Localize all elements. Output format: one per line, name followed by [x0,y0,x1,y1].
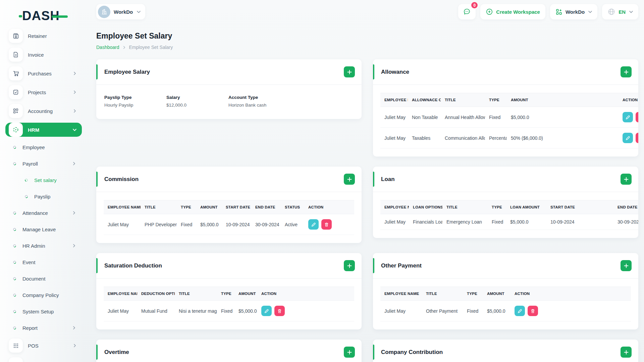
add-commission-button[interactable] [344,174,355,185]
field-payslip-type: Payslip Type Hourly Payslip [104,95,166,108]
sidebar-item-label: Event [22,259,35,265]
delete-button[interactable] [636,133,638,143]
bullet-icon [12,162,16,166]
pencil-icon [626,136,630,140]
column-header: TITLE [175,287,217,301]
table-cell: Juliet May [104,214,141,235]
sidebar-item-projects[interactable]: Projects [9,85,86,99]
table-row: Juliet May PHP Developer Fixed $5,000.0 … [104,214,354,235]
bullet-icon [12,260,16,264]
sidebar-item-label: Report [22,325,38,331]
add-allowance-button[interactable] [621,66,632,77]
messages-button[interactable]: 0 [458,4,476,19]
bullet-icon [12,326,16,330]
accent-bar [96,258,98,273]
column-header: TYPE [177,200,196,214]
sidebar-item-report[interactable]: Report [9,322,86,334]
plus-icon [347,70,352,74]
table-cell: $5,000.0 [507,107,619,128]
sidebar-item-crm[interactable]: CRM [9,357,86,362]
chevron-right-icon [72,326,76,329]
sidebar-item-accounting[interactable]: Accounting [9,104,86,118]
card-other-payment: Other Payment EMPLOYEE NAME TITLE TYPE A… [373,253,638,329]
sidebar-item-pos[interactable]: POS [9,339,86,353]
column-header: AMOUNT [234,287,257,301]
sidebar-item-attendance[interactable]: Attendance [9,207,86,219]
table-cell: Fixed [488,214,506,230]
edit-button[interactable] [515,306,525,316]
app-logo[interactable]: DASH [22,6,86,25]
table-cell: Nisi a tenetur magna [175,301,217,321]
app-switcher-dropdown[interactable]: WorkDo [550,4,597,19]
table-cell: Annual Health Allowance [441,107,485,128]
cards-grid: Employee Salary Payslip Type Hourly Pays… [96,59,638,362]
table-cell: Fixed [463,301,483,321]
column-header: EMPLOYEE NAME [380,93,408,107]
table-cell: $5,000.0 [506,214,546,230]
delete-button[interactable] [528,306,538,316]
trash-icon [324,222,329,227]
saturation-deduction-table: EMPLOYEE NAME DEDUCTION OPTION TITLE TYP… [104,287,354,321]
card-employee-salary: Employee Salary Payslip Type Hourly Pays… [96,59,362,119]
sidebar-item-purchases[interactable]: Purchases [9,66,86,80]
edit-button[interactable] [261,306,272,316]
logo-dot-icon [19,15,22,17]
add-other-payment-button[interactable] [621,260,632,271]
card-title: Allowance [381,69,409,75]
edit-button[interactable] [623,112,633,122]
sidebar-item-invoice[interactable]: Invoice [9,48,86,62]
add-employee-salary-button[interactable] [344,66,355,77]
sidebar: DASH Retainer Invoice Purchases [0,0,86,362]
messages-badge: 0 [471,1,478,9]
accent-bar [373,258,374,273]
sidebar-item-hr-admin[interactable]: HR Admin [9,240,86,251]
bullet-icon [12,244,16,248]
add-company-contribution-button[interactable] [621,347,632,358]
table-header-row: EMPLOYEE NAME ALLOWNACE OPTION TITLE TYP… [380,93,638,107]
grid-plus-icon [555,8,562,15]
workspace-selector[interactable]: WorkDo [96,4,145,19]
edit-button[interactable] [308,219,319,230]
sidebar-item-event[interactable]: Event [9,256,86,268]
sidebar-item-label: Set salary [34,177,57,183]
sidebar-item-company-policy[interactable]: Company Policy [9,289,86,301]
column-header: TYPE [463,287,483,301]
add-saturation-deduction-button[interactable] [344,260,355,271]
delete-button[interactable] [321,219,332,230]
field-label: Account Type [228,95,354,100]
edit-button[interactable] [623,133,633,143]
sidebar-item-label: Purchases [28,71,52,76]
sidebar-item-payslip[interactable]: Payslip [9,191,86,202]
create-workspace-button[interactable]: Create Workspace [480,4,545,19]
delete-button[interactable] [274,306,285,316]
bullet-icon [24,194,28,198]
plus-icon [624,177,629,182]
add-overtime-button[interactable] [344,347,355,358]
sidebar-item-label: Projects [28,89,46,95]
sidebar-item-set-salary[interactable]: Set salary [9,174,86,186]
sidebar-item-employee[interactable]: Employee [9,141,86,153]
accent-bar [96,172,98,187]
bullet-icon [12,227,16,231]
card-allowance: Allowance EMPLOYEE NAME ALLOWNACE OPTION… [373,59,638,157]
chevron-right-icon [73,90,76,94]
add-loan-button[interactable] [621,174,632,185]
breadcrumb-dashboard-link[interactable]: Dashboard [96,45,119,50]
sidebar-item-manage-leave[interactable]: Manage Leave [9,224,86,235]
breadcrumb: Dashboard Employee Set Salary [96,45,638,50]
topbar: WorkDo 0 Create Workspace WorkDo EN [96,4,638,19]
column-header: TITLE [441,93,485,107]
delete-button[interactable] [636,112,638,122]
table-cell: Juliet May [380,214,409,230]
column-header: TITLE [141,200,177,214]
language-selector[interactable]: EN [602,4,638,19]
bullet-icon [12,277,16,281]
column-header: DEDUCTION OPTION [137,287,175,301]
sidebar-item-system-setup[interactable]: System Setup [9,306,86,317]
sidebar-item-payroll[interactable]: Payroll [9,158,86,169]
column-header: TYPE [488,200,506,214]
sidebar-item-document[interactable]: Document [9,273,86,284]
sidebar-item-retainer[interactable]: Retainer [9,29,86,43]
sidebar-item-hrm[interactable]: HRM [5,123,82,137]
accent-bar [373,172,374,187]
